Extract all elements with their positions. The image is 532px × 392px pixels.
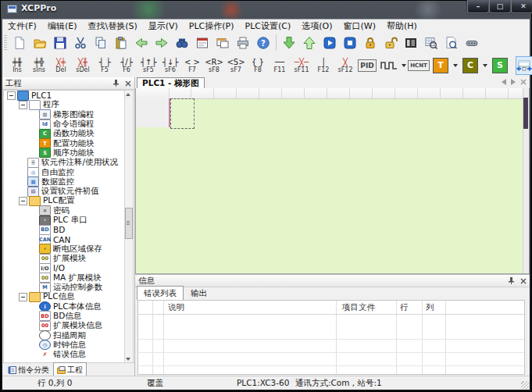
tree-item-4[interactable]: C函数功能块 — [4, 129, 125, 138]
ladder-btn-sF7[interactable]: <S>sF7 — [225, 54, 247, 77]
ladder-scroll-thumb[interactable] — [523, 98, 528, 129]
menu-item-8[interactable]: 帮助(H) — [381, 20, 423, 33]
stop-plc-button[interactable] — [340, 33, 360, 52]
ladder-btn-sF12[interactable]: ╳sF12 — [334, 54, 356, 77]
ladder-editor[interactable] — [135, 88, 530, 274]
table-header-col-col[interactable]: 列 — [426, 301, 434, 314]
window-cascade-button[interactable] — [212, 33, 233, 52]
tree-item-5[interactable]: T配置功能块 — [4, 138, 125, 148]
table-header-col-file[interactable]: 项目文件 — [342, 301, 375, 314]
ladder-btn-F8[interactable]: { }F8 — [247, 54, 269, 77]
menu-item-1[interactable]: 编辑(E) — [42, 20, 83, 33]
paste-button[interactable] — [111, 33, 131, 52]
tree-expander-icon[interactable] — [7, 91, 16, 100]
pin-icon[interactable] — [111, 79, 121, 88]
tab-plc1-ladder[interactable]: PLC1 - 梯形图 — [137, 77, 205, 88]
info-tab-错误列表[interactable]: 错误列表 — [137, 286, 184, 300]
new-file-button[interactable] — [9, 33, 30, 52]
tree-item-16[interactable]: ⚡断电区域保存 — [4, 244, 125, 254]
close-panel-icon[interactable] — [123, 79, 133, 88]
table-header-col-row[interactable]: 行 — [400, 301, 409, 314]
tree-item-3[interactable]: ld命令语编程 — [4, 119, 125, 129]
tree-item-10[interactable]: ▤设置软元件初值 — [4, 187, 125, 196]
ladder-btn-F12[interactable]: │F12 — [312, 54, 334, 77]
ladder-btn-hcnt[interactable]: HCNT — [408, 54, 430, 77]
tree-item-19[interactable]: 00MA 扩展模块 — [4, 273, 125, 283]
tree-item-0[interactable]: PLC1 — [4, 91, 125, 100]
ladder-btn-pid[interactable]: PID — [356, 54, 378, 77]
menu-item-3[interactable]: 显示(V) — [143, 20, 184, 33]
ladder-btn-F5[interactable]: ┤ ├F5 — [94, 54, 116, 77]
copy-button[interactable] — [91, 33, 111, 52]
tree-item-22[interactable]: iPLC本体信息 — [4, 302, 125, 312]
ladder-btn-sDel[interactable]: ╳╫sDel — [72, 54, 94, 77]
split-pane-button[interactable] — [516, 56, 532, 75]
comment-table-button[interactable] — [192, 33, 212, 52]
tree-item-27[interactable]: ✗错误信息 — [4, 350, 125, 359]
ladder-btn-sF5[interactable]: ┤↑├sF5 — [137, 54, 159, 77]
unlock-button[interactable] — [380, 33, 401, 52]
tree-item-18[interactable]: I/OI/O — [4, 263, 125, 273]
info-tab-输出[interactable]: 输出 — [184, 287, 214, 300]
tree-item-21[interactable]: PLC信息 — [4, 292, 125, 301]
ladder-btn-Del[interactable]: ╳╪Del — [50, 54, 72, 77]
dropdown-icon[interactable] — [483, 64, 487, 67]
tree-item-26[interactable]: ◷时钟信息 — [4, 340, 125, 350]
tab-scroll-left-icon[interactable] — [502, 79, 506, 85]
pin-icon[interactable] — [506, 276, 516, 286]
ladder-btn-sIns[interactable]: ╪╬sIns — [28, 54, 50, 77]
tree-item-1[interactable]: 程序 — [4, 100, 125, 109]
tree-item-20[interactable]: M运动控制参数 — [4, 283, 125, 292]
dropdown-icon[interactable] — [453, 64, 458, 67]
undo-button[interactable] — [131, 33, 152, 52]
ladder-btn-sF8[interactable]: <R>sF8 — [203, 54, 225, 77]
tree-expander-icon[interactable] — [19, 293, 27, 301]
ladder-btn-sF11[interactable]: ─╳─sF11 — [291, 54, 312, 77]
lock-button[interactable] — [360, 33, 380, 52]
ladder-btn-F11[interactable]: ──F11 — [269, 54, 291, 77]
menu-item-0[interactable]: 文件(F) — [2, 20, 42, 33]
help-button[interactable]: ? — [253, 33, 273, 52]
open-file-button[interactable] — [30, 33, 50, 52]
ladder-btn-S[interactable]: S — [489, 54, 511, 77]
dropdown-icon[interactable] — [402, 64, 406, 67]
toolbar-grip[interactable] — [4, 35, 7, 51]
find-button[interactable] — [172, 33, 192, 52]
ladder-btn-F6[interactable]: ┤/├F6 — [116, 54, 137, 77]
menu-item-5[interactable]: PLC设置(C) — [240, 20, 297, 33]
tree-item-12[interactable]: ⌗密码 — [4, 206, 125, 216]
save-button[interactable] — [50, 33, 70, 52]
tab-close-icon[interactable] — [520, 79, 527, 85]
scroll-down-icon[interactable] — [125, 355, 131, 362]
ladder-btn-sF6[interactable]: ┤↓├sF6 — [159, 54, 181, 77]
run-plc-button[interactable] — [320, 33, 340, 52]
zoom-grid-button[interactable] — [421, 33, 441, 52]
ladder-btn-F7[interactable]: < >F7 — [181, 54, 203, 77]
monitor-frame-button[interactable] — [401, 33, 421, 52]
upload-plc-button[interactable] — [299, 33, 320, 52]
panel-tab-工程[interactable]: 工程 — [53, 362, 87, 376]
tree-item-24[interactable]: 00扩展模块信息 — [4, 321, 125, 330]
tree-item-15[interactable]: CANCAN — [4, 234, 125, 244]
download-plc-button[interactable] — [279, 33, 299, 52]
tree-item-23[interactable]: BDBD信息 — [4, 312, 125, 321]
ladder-btn-Ins[interactable]: ╪╫Ins — [6, 54, 28, 77]
ladder-vertical-scrollbar[interactable] — [523, 88, 529, 273]
close-panel-icon[interactable] — [518, 276, 528, 286]
tree-expander-icon[interactable] — [19, 101, 27, 109]
table-header-col-desc[interactable]: 说明 — [168, 301, 184, 314]
tree-item-11[interactable]: PLC配置 — [4, 196, 125, 205]
menu-item-2[interactable]: 查找\替换(S) — [82, 20, 142, 33]
tree-item-14[interactable]: BDBD — [4, 225, 125, 234]
ladder-cursor[interactable] — [170, 98, 195, 129]
resize-grip[interactable] — [521, 381, 529, 389]
menu-item-7[interactable]: 窗口(W) — [338, 20, 381, 33]
cut-button[interactable] — [70, 33, 91, 52]
zoom-doc-button[interactable] — [441, 33, 462, 52]
ladder-btn-T[interactable]: T — [430, 54, 452, 77]
maximize-button[interactable]: □ — [489, 0, 511, 13]
redo-button[interactable] — [152, 33, 172, 52]
close-button[interactable]: ✕ — [511, 0, 532, 13]
menu-item-4[interactable]: PLC操作(P) — [184, 20, 240, 33]
tree-item-6[interactable]: S顺序功能块 — [4, 148, 125, 158]
